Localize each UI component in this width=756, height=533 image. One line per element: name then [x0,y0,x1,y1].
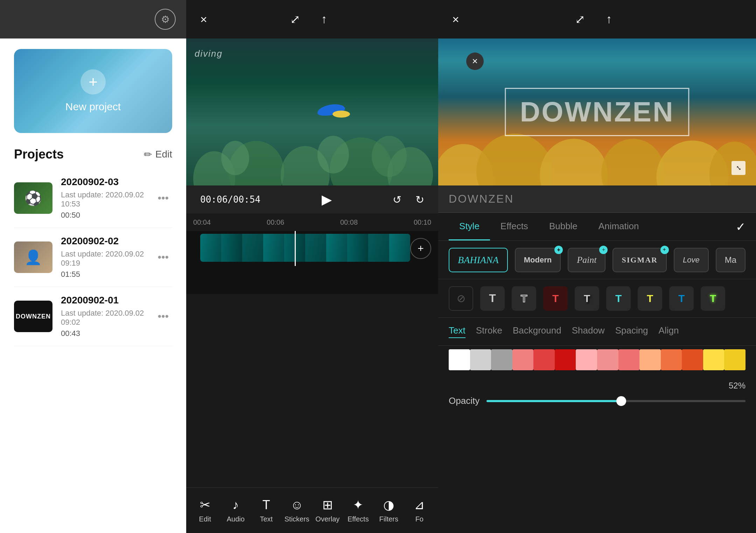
tool-fo-label: Fo [415,515,424,523]
downzen-text-overlay[interactable]: DOWNZEN [505,88,689,136]
subtab-stroke[interactable]: Stroke [476,325,502,338]
expand-icon[interactable]: ⤢ [290,12,300,26]
project-info: 20200902-02 Last update: 2020.09.02 09:1… [61,236,146,279]
opacity-slider-track[interactable] [486,400,746,402]
right-close-icon[interactable]: × [452,13,459,26]
transport-icons: ↺ ↻ [393,194,424,206]
tool-stickers[interactable]: ☺ Stickers [283,498,311,523]
list-item[interactable]: 👤 20200902-02 Last update: 2020.09.02 09… [14,228,172,287]
color-swatch-white[interactable] [449,349,470,370]
track-content[interactable] [200,234,410,262]
settings-icon[interactable]: ⚙ [155,9,176,30]
fill-style-button[interactable]: T [543,286,568,311]
color-swatch-orange[interactable] [661,349,682,370]
color-swatch-gray[interactable] [491,349,512,370]
tool-text[interactable]: T Text [252,498,280,523]
bold-style-button[interactable]: T [480,286,505,311]
subtab-shadow[interactable]: Shadow [572,325,605,338]
tab-animation[interactable]: Animation [588,213,650,240]
color-swatch-red-light[interactable] [533,349,555,370]
right-share-icon[interactable]: ↑ [606,12,612,26]
font-preset-ma[interactable]: Ma [716,248,746,272]
tool-filters[interactable]: ◑ Filters [375,498,403,523]
color-swatch-pink-light[interactable] [576,349,597,370]
tool-overlay[interactable]: ⊞ Overlay [314,498,342,523]
edit-icon: ✏ [144,149,152,160]
neon-style-button[interactable]: T [701,286,725,311]
font-preset-paint[interactable]: Paint + [568,248,606,272]
tab-bubble[interactable]: Bubble [539,213,588,240]
yellow-text-icon: T [647,293,653,304]
3d-text-icon: T [678,293,685,304]
tool-overlay-label: Overlay [315,515,340,523]
3d-style-button[interactable]: T [669,286,694,311]
text-input-field[interactable] [449,192,746,205]
font-preset-love[interactable]: Love [674,248,709,272]
play-button[interactable]: ▶ [322,192,332,207]
text-resize-handle[interactable]: ⤡ [732,161,746,175]
track-thumbnail-strip [200,234,410,262]
font-preset-bahiana[interactable]: BAHIANA [449,248,508,272]
list-item[interactable]: ⚽ 20200902-03 Last update: 2020.09.02 10… [14,169,172,228]
svg-point-11 [601,139,665,185]
color-swatch-pink[interactable] [597,349,618,370]
tool-stickers-label: Stickers [285,515,309,523]
tool-effects[interactable]: ✦ Effects [344,498,372,523]
add-track-button[interactable]: + [410,238,431,259]
color-swatch-gold[interactable] [724,349,746,370]
middle-panel: × ⤢ ↑ diving 00:06/00:54 ▶ ↺ ↻ [186,0,438,533]
middle-top-bar: × ⤢ ↑ [186,0,438,38]
close-icon[interactable]: × [200,13,207,26]
tab-style[interactable]: Style [449,213,490,240]
color-swatch-peach-light[interactable] [639,349,661,370]
ruler-mark: 00:06 [267,218,284,226]
no-style-button[interactable]: ⊘ [449,286,473,311]
text-close-bubble[interactable]: × [466,52,484,70]
right-expand-icon[interactable]: ⤢ [575,12,585,26]
no-style-icon: ⊘ [457,292,465,304]
subtab-spacing[interactable]: Spacing [615,325,648,338]
project-menu-button[interactable]: ••• [154,307,173,326]
forward-icon[interactable]: ↻ [415,194,424,206]
yellow-style-button[interactable]: T [638,286,662,311]
font-preset-sigmar[interactable]: SIGMAR + [612,248,666,272]
color-swatch-rose[interactable] [618,349,640,370]
edit-button[interactable]: ✏ Edit [144,149,172,160]
opacity-thumb[interactable] [616,396,626,406]
transport-bar: 00:06/00:54 ▶ ↺ ↻ [186,185,438,213]
subtab-text[interactable]: Text [449,325,465,338]
font-preset-modern[interactable]: Modern + [515,248,561,272]
list-item[interactable]: DOWNZEN 20200902-01 Last update: 2020.09… [14,287,172,346]
shadow-text-icon: T [584,293,590,304]
cyan-style-button[interactable]: T [606,286,631,311]
shadow-style-button[interactable]: T [575,286,599,311]
color-swatch-orange-dark[interactable] [682,349,703,370]
tool-audio[interactable]: ♪ Audio [222,498,250,523]
tool-edit[interactable]: ✂ Edit [191,498,219,523]
color-swatch-red[interactable] [555,349,576,370]
tool-edit-label: Edit [199,515,211,523]
tool-fo[interactable]: ⊿ Fo [405,498,433,523]
color-swatch-yellow[interactable] [703,349,724,370]
outline-style-button[interactable]: T [512,286,536,311]
download-icon: + [599,246,608,254]
cyan-text-icon: T [615,293,622,304]
project-menu-button[interactable]: ••• [154,248,173,267]
subtab-align[interactable]: Align [659,325,679,338]
tool-text-label: Text [260,515,273,523]
color-swatch-lightgray[interactable] [470,349,491,370]
timeline-bottom [186,266,438,294]
subtab-background[interactable]: Background [513,325,561,338]
ruler-mark: 00:04 [193,218,211,226]
style-tabs: Style Effects Bubble Animation ✓ [438,213,756,241]
fish-yellow [332,111,350,118]
color-swatch-salmon[interactable] [512,349,534,370]
tab-effects[interactable]: Effects [490,213,539,240]
share-icon[interactable]: ↑ [321,12,327,26]
rewind-icon[interactable]: ↺ [393,194,401,206]
fill-text-icon: T [552,293,559,304]
project-thumb: 👤 [14,241,52,273]
project-menu-button[interactable]: ••• [154,189,173,208]
new-project-card[interactable]: + New project [14,49,172,133]
confirm-check-icon[interactable]: ✓ [736,220,746,234]
